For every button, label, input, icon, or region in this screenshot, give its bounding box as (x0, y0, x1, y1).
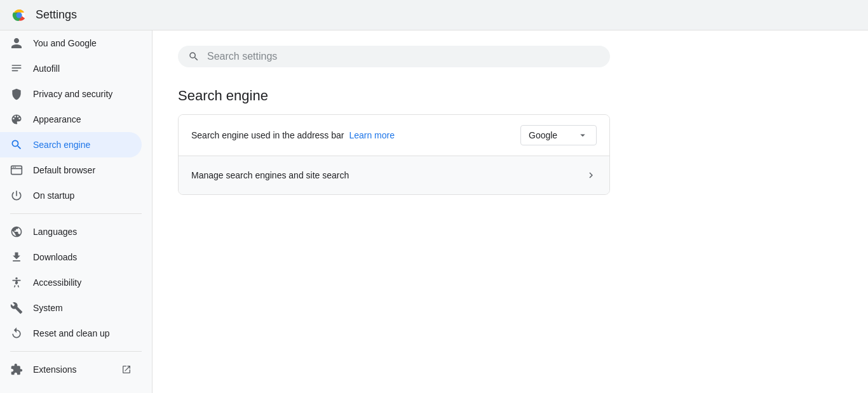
sidebar-divider-2 (10, 351, 142, 352)
dropdown-arrow-icon (577, 130, 588, 141)
sidebar-item-default-browser[interactable]: Default browser (0, 157, 142, 183)
search-bar[interactable] (178, 46, 610, 67)
search-engine-row-label: Search engine used in the address bar Le… (191, 130, 520, 140)
globe-icon (10, 225, 23, 238)
sidebar-item-you-and-google[interactable]: You and Google (0, 30, 142, 56)
system-icon (10, 302, 23, 314)
accessibility-icon (10, 276, 23, 289)
svg-rect-1 (12, 65, 22, 66)
search-engine-row: Search engine used in the address bar Le… (179, 115, 609, 156)
sidebar-item-privacy-and-security[interactable]: Privacy and security (0, 81, 142, 107)
sidebar-item-accessibility[interactable]: Accessibility (0, 270, 142, 295)
search-engine-action: Google (520, 125, 597, 145)
autofill-icon (10, 62, 23, 75)
svg-point-8 (15, 277, 17, 279)
svg-point-7 (15, 167, 16, 168)
sidebar-item-label-reset-and-clean-up: Reset and clean up (33, 328, 132, 338)
reset-icon (10, 327, 23, 340)
sidebar-item-languages[interactable]: Languages (0, 219, 142, 244)
svg-rect-2 (12, 67, 22, 69)
external-link-icon (121, 364, 132, 375)
sidebar-divider-1 (10, 213, 142, 214)
sidebar-item-reset-and-clean-up[interactable]: Reset and clean up (0, 321, 142, 346)
sidebar-item-extensions[interactable]: Extensions (0, 357, 142, 382)
download-icon (10, 251, 23, 263)
search-input[interactable] (207, 51, 600, 62)
svg-rect-3 (12, 70, 18, 72)
sidebar-item-label-you-and-google: You and Google (33, 38, 132, 48)
title-bar: Settings (0, 0, 868, 30)
sidebar-item-on-startup[interactable]: On startup (0, 183, 142, 208)
browser-icon (10, 164, 23, 177)
sidebar-item-label-extensions: Extensions (33, 364, 119, 375)
dropdown-value: Google (529, 130, 572, 140)
shield-icon (10, 88, 23, 100)
search-bar-container (178, 46, 843, 67)
section-title: Search engine (178, 88, 843, 104)
sidebar: You and Google Autofill Privacy and secu… (0, 30, 153, 393)
sidebar-item-autofill[interactable]: Autofill (0, 56, 142, 81)
svg-point-6 (13, 167, 14, 168)
extensions-icon (10, 363, 23, 376)
learn-more-link[interactable]: Learn more (349, 130, 395, 140)
manage-search-engines-action (585, 170, 597, 181)
sidebar-item-label-accessibility: Accessibility (33, 277, 132, 288)
main-layout: You and Google Autofill Privacy and secu… (0, 30, 868, 393)
sidebar-item-system[interactable]: System (0, 295, 142, 321)
search-icon (188, 51, 200, 62)
content-area: Search engine Search engine used in the … (153, 30, 868, 393)
search-engine-dropdown[interactable]: Google (520, 125, 597, 145)
manage-search-engines-row[interactable]: Manage search engines and site search (179, 156, 609, 194)
sidebar-item-label-downloads: Downloads (33, 252, 132, 262)
sidebar-item-label-languages: Languages (33, 227, 132, 237)
row-arrow-icon (585, 170, 597, 181)
sidebar-item-search-engine[interactable]: Search engine (0, 132, 142, 157)
manage-search-engines-label: Manage search engines and site search (191, 170, 585, 180)
page-title: Settings (36, 8, 77, 22)
sidebar-item-label-search-engine: Search engine (33, 140, 132, 150)
palette-icon (10, 113, 23, 126)
power-icon (10, 189, 23, 202)
sidebar-item-downloads[interactable]: Downloads (0, 244, 142, 270)
settings-card: Search engine used in the address bar Le… (178, 114, 610, 195)
sidebar-item-appearance[interactable]: Appearance (0, 107, 142, 132)
sidebar-item-label-system: System (33, 303, 132, 313)
search-engine-label-text: Search engine used in the address bar (191, 130, 344, 140)
sidebar-item-label-default-browser: Default browser (33, 165, 132, 175)
sidebar-item-label-appearance: Appearance (33, 114, 132, 124)
search-nav-icon (10, 138, 23, 151)
sidebar-item-label-privacy-and-security: Privacy and security (33, 89, 132, 99)
sidebar-item-label-on-startup: On startup (33, 190, 132, 201)
sidebar-item-label-autofill: Autofill (33, 63, 132, 74)
person-icon (10, 37, 23, 50)
chrome-logo-icon (10, 6, 28, 24)
svg-rect-4 (11, 166, 22, 174)
